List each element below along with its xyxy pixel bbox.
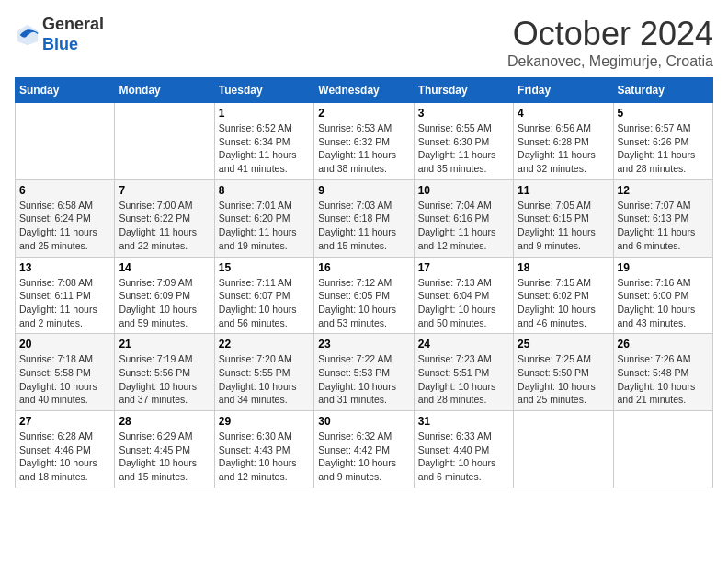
day-number: 7	[119, 184, 210, 197]
day-info: Sunrise: 7:03 AMSunset: 6:18 PMDaylight:…	[318, 199, 409, 253]
calendar-day-cell: 30Sunrise: 6:32 AMSunset: 4:42 PMDayligh…	[314, 411, 414, 488]
day-number: 22	[219, 338, 310, 350]
calendar-week-row: 13Sunrise: 7:08 AMSunset: 6:11 PMDayligh…	[16, 257, 713, 334]
day-info: Sunrise: 7:12 AMSunset: 6:05 PMDaylight:…	[318, 276, 409, 330]
calendar-day-cell: 4Sunrise: 6:56 AMSunset: 6:28 PMDaylight…	[514, 103, 613, 180]
logo: General Blue	[15, 15, 104, 54]
day-number: 16	[318, 261, 409, 274]
calendar-day-cell	[16, 103, 115, 180]
calendar-week-row: 6Sunrise: 6:58 AMSunset: 6:24 PMDaylight…	[16, 179, 713, 257]
calendar-day-cell: 22Sunrise: 7:20 AMSunset: 5:55 PMDayligh…	[214, 334, 313, 411]
calendar-day-cell: 10Sunrise: 7:04 AMSunset: 6:16 PMDayligh…	[414, 179, 513, 257]
day-info: Sunrise: 6:33 AMSunset: 4:40 PMDaylight:…	[418, 430, 509, 484]
weekday-header: Thursday	[414, 78, 513, 103]
calendar-day-cell: 18Sunrise: 7:15 AMSunset: 6:02 PMDayligh…	[514, 257, 613, 334]
day-info: Sunrise: 7:11 AMSunset: 6:07 PMDaylight:…	[219, 276, 310, 330]
logo-icon	[15, 22, 40, 48]
calendar-day-cell: 11Sunrise: 7:05 AMSunset: 6:15 PMDayligh…	[514, 179, 613, 257]
day-info: Sunrise: 7:05 AMSunset: 6:15 PMDaylight:…	[518, 199, 609, 253]
calendar-day-cell	[613, 411, 712, 488]
day-number: 1	[219, 107, 310, 120]
calendar-day-cell: 25Sunrise: 7:25 AMSunset: 5:50 PMDayligh…	[514, 334, 613, 411]
day-info: Sunrise: 7:26 AMSunset: 5:48 PMDaylight:…	[618, 352, 709, 407]
day-number: 31	[418, 415, 509, 428]
calendar-day-cell: 8Sunrise: 7:01 AMSunset: 6:20 PMDaylight…	[214, 179, 313, 257]
day-info: Sunrise: 7:13 AMSunset: 6:04 PMDaylight:…	[418, 276, 509, 330]
day-info: Sunrise: 6:29 AMSunset: 4:45 PMDaylight:…	[119, 430, 210, 484]
day-number: 30	[318, 415, 409, 428]
day-info: Sunrise: 6:28 AMSunset: 4:46 PMDaylight:…	[19, 430, 110, 484]
day-number: 20	[19, 338, 110, 350]
calendar-day-cell: 13Sunrise: 7:08 AMSunset: 6:11 PMDayligh…	[16, 257, 115, 334]
day-number: 26	[618, 338, 709, 350]
day-info: Sunrise: 6:55 AMSunset: 6:30 PMDaylight:…	[418, 121, 509, 176]
day-info: Sunrise: 6:57 AMSunset: 6:26 PMDaylight:…	[618, 121, 709, 176]
weekday-header: Saturday	[613, 78, 712, 103]
calendar-day-cell: 19Sunrise: 7:16 AMSunset: 6:00 PMDayligh…	[613, 257, 712, 334]
day-info: Sunrise: 7:04 AMSunset: 6:16 PMDaylight:…	[418, 199, 509, 253]
calendar-day-cell: 6Sunrise: 6:58 AMSunset: 6:24 PMDaylight…	[16, 179, 115, 257]
calendar-day-cell: 1Sunrise: 6:52 AMSunset: 6:34 PMDaylight…	[214, 103, 313, 180]
weekday-header: Tuesday	[214, 78, 313, 103]
day-number: 5	[618, 107, 709, 120]
page-header: General Blue October 2024 Dekanovec, Meg…	[15, 15, 713, 70]
day-number: 12	[618, 184, 709, 197]
day-info: Sunrise: 7:18 AMSunset: 5:58 PMDaylight:…	[19, 352, 110, 407]
day-number: 23	[318, 338, 409, 350]
calendar-day-cell: 12Sunrise: 7:07 AMSunset: 6:13 PMDayligh…	[613, 179, 712, 257]
day-info: Sunrise: 7:01 AMSunset: 6:20 PMDaylight:…	[219, 199, 310, 253]
calendar-day-cell: 7Sunrise: 7:00 AMSunset: 6:22 PMDaylight…	[115, 179, 214, 257]
day-info: Sunrise: 7:20 AMSunset: 5:55 PMDaylight:…	[219, 352, 310, 407]
day-number: 6	[19, 184, 110, 197]
day-number: 25	[518, 338, 609, 350]
calendar-day-cell: 16Sunrise: 7:12 AMSunset: 6:05 PMDayligh…	[314, 257, 414, 334]
calendar-day-cell: 28Sunrise: 6:29 AMSunset: 4:45 PMDayligh…	[115, 411, 214, 488]
day-info: Sunrise: 6:52 AMSunset: 6:34 PMDaylight:…	[219, 121, 310, 176]
weekday-header: Friday	[514, 78, 613, 103]
day-number: 24	[418, 338, 509, 350]
day-number: 2	[318, 107, 409, 120]
calendar-table: SundayMondayTuesdayWednesdayThursdayFrid…	[15, 77, 713, 488]
calendar-day-cell: 5Sunrise: 6:57 AMSunset: 6:26 PMDaylight…	[613, 103, 712, 180]
calendar-week-row: 1Sunrise: 6:52 AMSunset: 6:34 PMDaylight…	[16, 103, 713, 180]
day-info: Sunrise: 7:19 AMSunset: 5:56 PMDaylight:…	[119, 352, 210, 407]
day-number: 10	[418, 184, 509, 197]
day-number: 17	[418, 261, 509, 274]
day-number: 15	[219, 261, 310, 274]
day-number: 27	[19, 415, 110, 428]
day-number: 19	[618, 261, 709, 274]
location: Dekanovec, Megimurje, Croatia	[507, 53, 713, 70]
day-info: Sunrise: 7:23 AMSunset: 5:51 PMDaylight:…	[418, 352, 509, 407]
calendar-header-row: SundayMondayTuesdayWednesdayThursdayFrid…	[16, 78, 713, 103]
day-number: 8	[219, 184, 310, 197]
calendar-day-cell: 20Sunrise: 7:18 AMSunset: 5:58 PMDayligh…	[16, 334, 115, 411]
day-number: 28	[119, 415, 210, 428]
weekday-header: Monday	[115, 78, 214, 103]
day-number: 3	[418, 107, 509, 120]
day-info: Sunrise: 6:32 AMSunset: 4:42 PMDaylight:…	[318, 430, 409, 484]
calendar-day-cell	[514, 411, 613, 488]
day-info: Sunrise: 7:16 AMSunset: 6:00 PMDaylight:…	[618, 276, 709, 330]
day-number: 11	[518, 184, 609, 197]
calendar-day-cell: 2Sunrise: 6:53 AMSunset: 6:32 PMDaylight…	[314, 103, 414, 180]
weekday-header: Wednesday	[314, 78, 414, 103]
day-info: Sunrise: 6:53 AMSunset: 6:32 PMDaylight:…	[318, 121, 409, 176]
day-info: Sunrise: 6:58 AMSunset: 6:24 PMDaylight:…	[19, 199, 110, 253]
day-info: Sunrise: 6:56 AMSunset: 6:28 PMDaylight:…	[518, 121, 609, 176]
calendar-day-cell: 23Sunrise: 7:22 AMSunset: 5:53 PMDayligh…	[314, 334, 414, 411]
day-info: Sunrise: 7:00 AMSunset: 6:22 PMDaylight:…	[119, 199, 210, 253]
calendar-week-row: 20Sunrise: 7:18 AMSunset: 5:58 PMDayligh…	[16, 334, 713, 411]
day-info: Sunrise: 7:08 AMSunset: 6:11 PMDaylight:…	[19, 276, 110, 330]
calendar-day-cell: 24Sunrise: 7:23 AMSunset: 5:51 PMDayligh…	[414, 334, 513, 411]
day-number: 21	[119, 338, 210, 350]
day-number: 13	[19, 261, 110, 274]
calendar-day-cell: 15Sunrise: 7:11 AMSunset: 6:07 PMDayligh…	[214, 257, 313, 334]
day-info: Sunrise: 7:15 AMSunset: 6:02 PMDaylight:…	[518, 276, 609, 330]
day-number: 14	[119, 261, 210, 274]
day-number: 9	[318, 184, 409, 197]
logo-general-text: General	[42, 15, 104, 33]
calendar-day-cell: 14Sunrise: 7:09 AMSunset: 6:09 PMDayligh…	[115, 257, 214, 334]
calendar-day-cell: 17Sunrise: 7:13 AMSunset: 6:04 PMDayligh…	[414, 257, 513, 334]
day-info: Sunrise: 6:30 AMSunset: 4:43 PMDaylight:…	[219, 430, 310, 484]
weekday-header: Sunday	[16, 78, 115, 103]
